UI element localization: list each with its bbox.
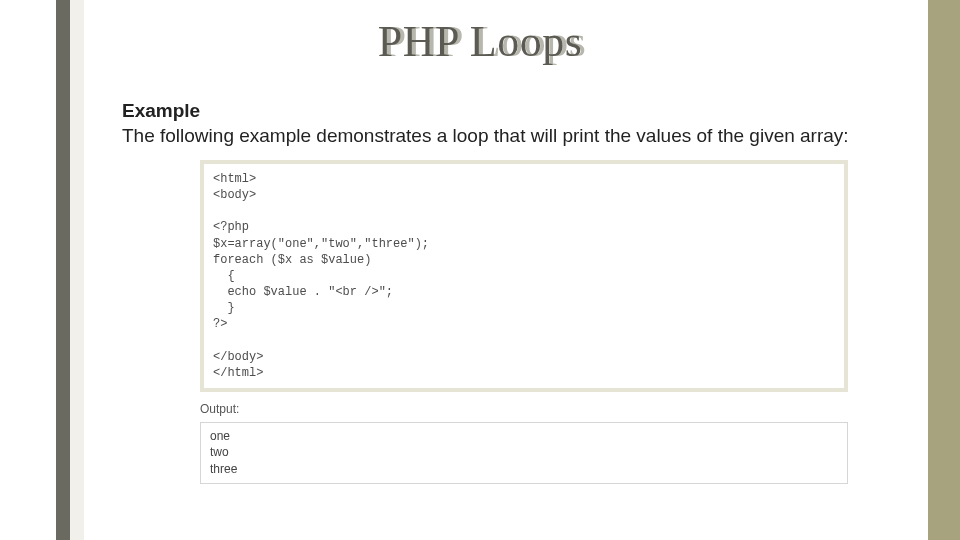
output-label: Output: (200, 402, 902, 416)
code-text: <html> <body> <?php $x=array("one","two"… (213, 171, 835, 381)
output-block: one two three (200, 422, 848, 484)
slide-title: PHP Loops PHP Loops (0, 16, 960, 67)
title-text: PHP Loops (378, 17, 583, 66)
code-block: <html> <body> <?php $x=array("one","two"… (200, 160, 848, 392)
example-heading: Example (122, 100, 902, 122)
example-description: The following example demonstrates a loo… (122, 124, 902, 148)
output-text: one two three (210, 428, 838, 477)
accent-stripe-dark (56, 0, 70, 540)
slide-body: Example The following example demonstrat… (122, 100, 902, 484)
slide: PHP Loops PHP Loops Example The followin… (0, 0, 960, 540)
accent-stripe-light (70, 0, 84, 540)
accent-stripe-right (928, 0, 960, 540)
